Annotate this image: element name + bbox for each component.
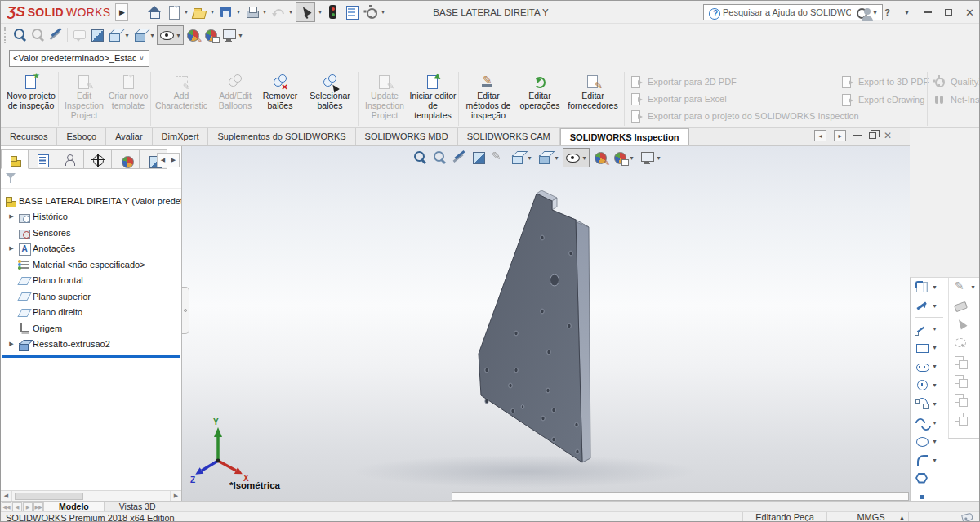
edit-appearance-button[interactable]: [184, 25, 202, 45]
add-edit-balloons-button[interactable]: Add/Edit Balloons: [214, 72, 256, 126]
displaymanager-tab[interactable]: [112, 149, 140, 169]
home-button[interactable]: [146, 2, 164, 22]
doc-close-button[interactable]: ✕: [884, 131, 892, 141]
dimxpertmanager-tab[interactable]: [84, 149, 112, 169]
chevron-down-icon[interactable]: ▾: [931, 457, 938, 464]
net-inspect-button[interactable]: Net-Inspect: [933, 91, 980, 108]
scroll-left-icon[interactable]: ◀: [1, 491, 12, 501]
tab-suplementos[interactable]: Suplementos do SOLIDWORKS: [208, 128, 355, 145]
zoom-fit-button[interactable]: [11, 25, 29, 45]
measure-button[interactable]: [47, 25, 65, 45]
slot-tool-button[interactable]: ▾: [911, 357, 948, 376]
section-view-button[interactable]: [88, 25, 106, 45]
help-button[interactable]: ?: [884, 7, 890, 17]
view-settings-button[interactable]: ▾: [638, 148, 663, 167]
options-button[interactable]: ▾: [362, 2, 387, 22]
doc-restore-button[interactable]: [869, 132, 876, 139]
tab-vistas-3d[interactable]: Vistas 3D: [105, 502, 172, 511]
units-selector[interactable]: MMGS: [834, 512, 909, 522]
edit-appearance-button[interactable]: [591, 148, 609, 167]
view-orientation-button[interactable]: ▾: [509, 148, 534, 167]
tree-horizontal-scrollbar[interactable]: ◀ ▶: [1, 490, 181, 501]
help-search-box[interactable]: Pesquisar a Ajuda do SOLIDWORKS ▾: [703, 4, 883, 20]
expander-icon[interactable]: ▶: [7, 213, 16, 220]
rectangle-tool-button[interactable]: ▾: [911, 338, 948, 357]
save-button[interactable]: ▾: [217, 2, 243, 22]
display-style-button[interactable]: ▾: [536, 148, 561, 167]
featuremanager-tab[interactable]: [1, 149, 29, 169]
open-button[interactable]: ▾: [191, 2, 216, 22]
export-edrawing-button[interactable]: Export eDrawing: [840, 91, 922, 108]
viewport-horizontal-scrollbar[interactable]: [452, 492, 909, 501]
tab-esboco[interactable]: Esboço: [57, 128, 106, 145]
create-new-template-button[interactable]: Criar novo template: [108, 72, 149, 126]
start-template-editor-button[interactable]: Iniciar editor de templates: [409, 72, 457, 126]
tree-item-plano-superior[interactable]: Plano superior: [1, 288, 181, 305]
user-account-icon[interactable]: [859, 7, 871, 19]
first-tab-icon[interactable]: ◀◀: [2, 502, 11, 511]
qualityxpert-button[interactable]: QualityXpert: [933, 74, 980, 90]
scroll-right-icon[interactable]: ▶: [168, 154, 179, 167]
chevron-down-icon[interactable]: ▾: [931, 302, 938, 310]
circle-tool-button[interactable]: ▾: [911, 376, 948, 395]
expander-icon[interactable]: ▶: [7, 341, 16, 347]
restore-button[interactable]: [945, 9, 952, 16]
graphics-viewport[interactable]: ▾ ▾ ▾ ▾ ▾ Y X Z *Isométrica: [182, 146, 910, 501]
tab-avaliar[interactable]: Avaliar: [106, 128, 152, 145]
export-2d-pdf-button[interactable]: Exportar para 2D PDF: [630, 74, 834, 89]
sketch-entities-button[interactable]: [489, 148, 507, 167]
undo-button[interactable]: ▾: [270, 2, 295, 22]
file-properties-button[interactable]: [343, 2, 361, 22]
tab-dimxpert[interactable]: DimXpert: [153, 128, 209, 145]
ellipse-tool-button[interactable]: ▾: [911, 432, 948, 451]
edit-inspection-methods-button[interactable]: Editar métodos de inspeção: [461, 72, 516, 126]
new-inspection-project-button[interactable]: Novo projeto de inspeção: [6, 72, 56, 126]
edit-inspection-project-button[interactable]: Edit Inspection Project: [60, 72, 108, 126]
chevron-down-icon[interactable]: ▾: [931, 419, 938, 426]
sketch-button[interactable]: ▾: [911, 278, 948, 297]
doc-minimize-button[interactable]: [853, 135, 862, 136]
add-characteristic-button[interactable]: Add Characteristic: [153, 72, 210, 126]
apply-scene-button[interactable]: ▾: [611, 148, 636, 167]
select-tool-button[interactable]: [949, 315, 980, 334]
view-orientation-button[interactable]: ▾: [106, 25, 131, 45]
hide-show-items-button[interactable]: ▾: [157, 25, 184, 45]
display-style-button[interactable]: ▾: [131, 25, 157, 45]
propertymanager-tab[interactable]: [29, 149, 56, 169]
chevron-down-icon[interactable]: ▾: [931, 381, 938, 389]
tree-item-anotacoes[interactable]: ▶Anotações: [1, 241, 181, 257]
erase-ink-button[interactable]: [949, 297, 980, 315]
toolbar-drag-handle[interactable]: [4, 27, 7, 43]
minimize-button[interactable]: [924, 11, 932, 13]
apply-scene-button[interactable]: [202, 25, 220, 45]
remove-balloons-button[interactable]: ✕Remover balões: [256, 72, 304, 126]
chevron-down-icon[interactable]: ▾: [931, 400, 938, 408]
lasso-select-button[interactable]: [949, 334, 980, 353]
tab-modelo[interactable]: Modelo: [43, 502, 105, 511]
scroll-left-icon[interactable]: ◀: [158, 154, 168, 167]
tree-item-material[interactable]: Material <não especificado>: [1, 257, 181, 273]
configuration-combobox[interactable]: <Valor predeterminado>_Estado c ∨: [9, 50, 149, 67]
chevron-down-icon[interactable]: ▾: [931, 283, 938, 291]
select-tool-button[interactable]: [296, 2, 315, 22]
units-popup-arrow[interactable]: ▲: [899, 515, 905, 520]
tab-solidworks-inspection[interactable]: SOLIDWORKS Inspection: [560, 128, 689, 145]
zoom-area-button[interactable]: [430, 148, 448, 167]
3d-part-model[interactable]: [182, 146, 910, 501]
measure-button[interactable]: [450, 148, 468, 167]
edit-suppliers-button[interactable]: Editar fornecedores: [564, 72, 622, 126]
rebuild-button[interactable]: [324, 2, 342, 22]
select-tool-dropdown[interactable]: ▾: [316, 8, 323, 16]
chevron-down-icon[interactable]: ▾: [931, 344, 938, 351]
select-balloons-button[interactable]: Selecionar balões: [304, 72, 356, 126]
edit-operations-button[interactable]: Editar operações: [516, 72, 564, 126]
rollback-bar[interactable]: [2, 355, 180, 358]
configurationmanager-tab[interactable]: [56, 149, 84, 169]
zoom-area-button[interactable]: [29, 25, 47, 45]
close-button[interactable]: ✕: [965, 7, 974, 18]
section-view-button[interactable]: [470, 148, 488, 167]
part-front-face[interactable]: [479, 194, 582, 462]
update-inspection-project-button[interactable]: Update Inspection Project: [360, 72, 409, 126]
tree-root-item[interactable]: BASE LATERAL DIREITA Y (Valor predeterm: [1, 193, 181, 209]
tree-item-sensores[interactable]: Sensores: [1, 225, 181, 241]
